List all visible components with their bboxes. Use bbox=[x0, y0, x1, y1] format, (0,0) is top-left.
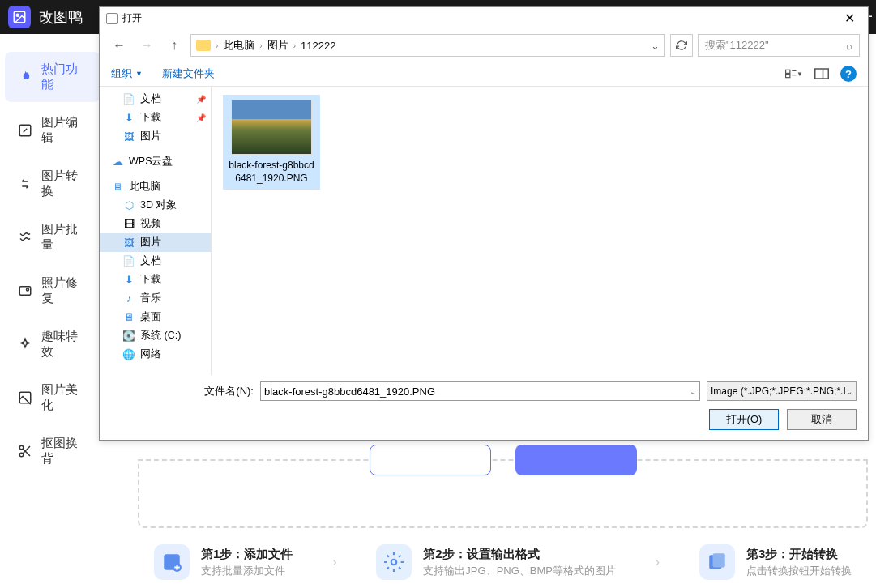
batch-icon bbox=[16, 228, 33, 246]
chevron-right-icon: › bbox=[332, 555, 336, 569]
sidebar-item-repair[interactable]: 照片修复 bbox=[5, 266, 100, 316]
tree-music[interactable]: ♪音乐 bbox=[100, 289, 211, 308]
svg-rect-15 bbox=[815, 69, 829, 79]
up-button[interactable]: ↑ bbox=[163, 34, 186, 57]
breadcrumb-part[interactable]: 112222 bbox=[301, 40, 335, 52]
step2-desc: 支持输出JPG、PNG、BMP等格式的图片 bbox=[423, 564, 616, 578]
add-folder-button[interactable] bbox=[515, 445, 637, 475]
filename-input[interactable]: ⌄ bbox=[260, 381, 700, 401]
svg-point-10 bbox=[391, 560, 397, 565]
folder-icon bbox=[196, 40, 211, 51]
chevron-down-icon[interactable]: ⌄ bbox=[651, 40, 660, 52]
sidebar-item-label: 抠图换背 bbox=[41, 436, 89, 467]
search-placeholder: 搜索"112222" bbox=[705, 38, 769, 53]
open-button[interactable]: 打开(O) bbox=[709, 409, 779, 430]
view-menu[interactable]: ▼ bbox=[785, 65, 803, 83]
convert-icon bbox=[16, 175, 33, 193]
file-list[interactable]: black-forest-g8bbcd6481_1920.PNG bbox=[212, 87, 868, 375]
sidebar-item-label: 热门功能 bbox=[41, 62, 89, 92]
file-thumbnail bbox=[231, 100, 312, 155]
sidebar-item-label: 图片美化 bbox=[41, 382, 89, 413]
flame-icon bbox=[16, 68, 33, 86]
svg-rect-13 bbox=[786, 70, 790, 73]
tree-3dobjects[interactable]: ⬡3D 对象 bbox=[100, 196, 211, 215]
tree-pictures2[interactable]: 🖼图片 bbox=[100, 233, 211, 252]
filename-label: 文件名(N): bbox=[200, 384, 254, 398]
preview-pane-button[interactable] bbox=[813, 65, 831, 83]
step-1: 第1步：添加文件支持批量添加文件 bbox=[154, 544, 293, 580]
drive-icon: 💽 bbox=[122, 330, 135, 343]
cube-icon: ⬡ bbox=[122, 199, 135, 212]
music-icon: ♪ bbox=[122, 292, 135, 305]
add-file-button[interactable] bbox=[370, 445, 491, 475]
refresh-button[interactable] bbox=[670, 34, 693, 57]
sidebar-item-convert[interactable]: 图片转换 bbox=[5, 159, 100, 209]
new-folder-button[interactable]: 新建文件夹 bbox=[162, 66, 215, 81]
step-3: 第3步：开始转换点击转换按钮开始转换 bbox=[699, 544, 852, 580]
sidebar-item-edit[interactable]: 图片编辑 bbox=[5, 105, 100, 156]
tree-systemc[interactable]: 💽系统 (C:) bbox=[100, 326, 211, 345]
svg-point-1 bbox=[16, 14, 19, 16]
search-input[interactable]: 搜索"112222"⌕ bbox=[698, 34, 860, 57]
dialog-nav: ← → ↑ › 此电脑› 图片› 112222 ⌄ 搜索"112222"⌕ bbox=[100, 29, 868, 62]
cloud-icon: ☁ bbox=[111, 156, 124, 168]
drop-zone[interactable] bbox=[138, 459, 868, 528]
tree-thispc[interactable]: 🖥此电脑 bbox=[100, 177, 211, 196]
step2-title: 第2步：设置输出格式 bbox=[423, 547, 616, 562]
breadcrumb-part[interactable]: 图片 bbox=[267, 38, 288, 53]
help-icon[interactable]: ? bbox=[840, 66, 857, 82]
forward-button[interactable]: → bbox=[135, 34, 158, 57]
sidebar-item-batch[interactable]: 图片批量 bbox=[5, 212, 100, 262]
svg-point-7 bbox=[19, 453, 24, 457]
sidebar-item-label: 图片转换 bbox=[41, 168, 89, 199]
pin-icon: 📌 bbox=[196, 113, 206, 122]
tree-documents[interactable]: 📄文档📌 bbox=[100, 90, 211, 109]
svg-point-4 bbox=[26, 288, 28, 291]
edit-icon bbox=[16, 121, 33, 139]
file-open-dialog: 打开 ✕ ← → ↑ › 此电脑› 图片› 112222 ⌄ 搜索"112222… bbox=[99, 6, 869, 441]
file-item[interactable]: black-forest-g8bbcd6481_1920.PNG bbox=[223, 95, 320, 190]
sidebar-item-label: 图片批量 bbox=[41, 222, 89, 253]
breadcrumb[interactable]: › 此电脑› 图片› 112222 ⌄ bbox=[190, 34, 665, 57]
tree-wps[interactable]: ☁WPS云盘 bbox=[100, 152, 211, 171]
sparkle-icon bbox=[16, 335, 33, 353]
close-icon[interactable]: ✕ bbox=[838, 11, 861, 26]
main-bottom: 第1步：添加文件支持批量添加文件 › 第2步：设置输出格式支持输出JPG、PNG… bbox=[138, 459, 868, 580]
sidebar-item-effects[interactable]: 趣味特效 bbox=[5, 319, 100, 369]
dialog-footer: 文件名(N): ⌄ Image (*.JPG;*.JPEG;*.PNG;*.I⌄… bbox=[100, 375, 868, 440]
filetype-select[interactable]: Image (*.JPG;*.JPEG;*.PNG;*.I⌄ bbox=[707, 381, 857, 401]
picture-icon: 🖼 bbox=[122, 236, 135, 249]
filename-field[interactable] bbox=[264, 386, 690, 398]
sidebar-item-label: 趣味特效 bbox=[41, 329, 89, 360]
search-icon: ⌕ bbox=[846, 40, 852, 52]
pin-icon: 📌 bbox=[196, 95, 206, 104]
beautify-icon bbox=[16, 389, 33, 407]
back-button[interactable]: ← bbox=[108, 34, 130, 57]
cancel-button[interactable]: 取消 bbox=[787, 409, 857, 430]
step1-icon bbox=[154, 544, 190, 580]
tree-pictures[interactable]: 🖼图片 bbox=[100, 127, 211, 146]
sidebar-item-beautify[interactable]: 图片美化 bbox=[5, 373, 100, 423]
download-icon: ⬇ bbox=[122, 112, 135, 125]
tree-downloads[interactable]: ⬇下载📌 bbox=[100, 109, 211, 127]
svg-point-6 bbox=[19, 445, 24, 450]
download-icon: ⬇ bbox=[122, 274, 135, 287]
sidebar-item-hot[interactable]: 热门功能 bbox=[5, 52, 100, 102]
breadcrumb-part[interactable]: 此电脑 bbox=[223, 38, 254, 53]
folder-tree: 📄文档📌 ⬇下载📌 🖼图片 ☁WPS云盘 🖥此电脑 ⬡3D 对象 🎞视频 🖼图片… bbox=[100, 87, 212, 375]
document-icon: 📄 bbox=[122, 255, 135, 268]
tree-documents2[interactable]: 📄文档 bbox=[100, 252, 211, 271]
tree-network[interactable]: 🌐网络 bbox=[100, 345, 211, 364]
tree-desktop[interactable]: 🖥桌面 bbox=[100, 308, 211, 326]
dialog-icon bbox=[106, 13, 118, 24]
network-icon: 🌐 bbox=[122, 348, 135, 361]
scissors-icon bbox=[16, 442, 33, 460]
tree-videos[interactable]: 🎞视频 bbox=[100, 215, 211, 233]
tree-downloads2[interactable]: ⬇下载 bbox=[100, 271, 211, 289]
chevron-down-icon[interactable]: ⌄ bbox=[690, 387, 696, 396]
sidebar-item-cutout[interactable]: 抠图换背 bbox=[5, 426, 100, 476]
file-name: black-forest-g8bbcd6481_1920.PNG bbox=[228, 160, 315, 185]
organize-menu[interactable]: 组织 ▼ bbox=[111, 66, 143, 81]
steps: 第1步：添加文件支持批量添加文件 › 第2步：设置输出格式支持输出JPG、PNG… bbox=[138, 544, 868, 580]
step1-desc: 支持批量添加文件 bbox=[201, 564, 293, 578]
